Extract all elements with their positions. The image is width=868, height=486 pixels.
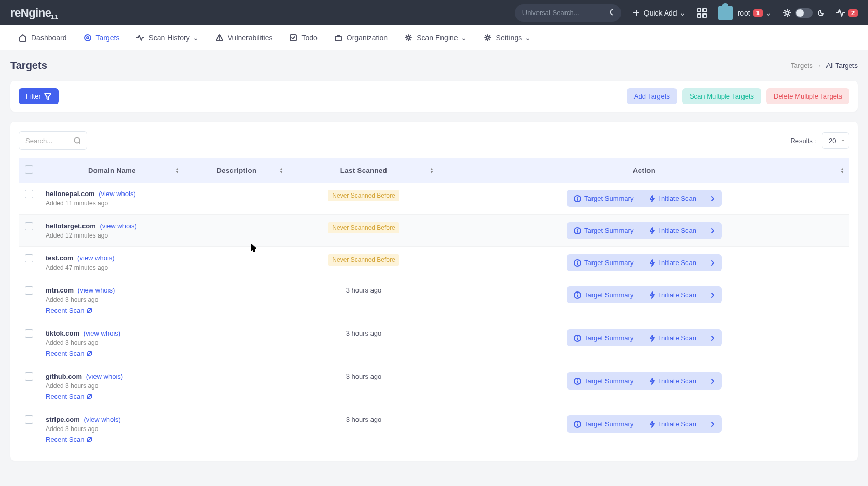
last-scanned-text: 3 hours ago [346,329,382,337]
apps-grid-button[interactable] [697,8,707,18]
more-actions-button[interactable] [704,372,722,390]
recent-scan-link[interactable]: Recent Scan [46,393,92,400]
more-actions-button[interactable] [704,329,722,346]
row-checkbox[interactable] [25,372,33,381]
action-group: Target Summary Initiate Scan [567,286,722,303]
chevron-down-icon: ⌄ [680,9,686,17]
table-search-input[interactable] [25,137,74,145]
svg-line-13 [784,10,786,11]
row-checkbox[interactable] [25,329,33,338]
row-checkbox[interactable] [25,190,33,198]
row-checkbox[interactable] [25,286,33,295]
alert-triangle-icon [215,34,224,42]
quick-add-menu[interactable]: Quick Add ⌄ [632,9,686,17]
grid-icon [697,8,707,18]
target-summary-button[interactable]: Target Summary [567,372,641,390]
more-actions-button[interactable] [704,286,722,303]
nav-scan-engine[interactable]: Scan Engine ⌄ [396,25,475,50]
more-actions-button[interactable] [704,222,722,239]
svg-point-8 [786,11,789,15]
nav-organization[interactable]: Organization [326,25,396,50]
domain-name: test.com [46,254,73,262]
initiate-scan-button[interactable]: Initiate Scan [641,254,704,271]
nav-vulnerabilities[interactable]: Vulnerabilities [207,25,281,50]
activity-icon [136,34,144,42]
row-checkbox[interactable] [25,415,33,424]
target-summary-button[interactable]: Target Summary [567,222,641,239]
scan-multiple-button[interactable]: Scan Multiple Targets [682,88,761,104]
app-logo[interactable]: reNgine1.1 [10,6,58,20]
row-checkbox[interactable] [25,254,33,262]
svg-point-23 [407,36,410,39]
external-link-icon [86,437,92,443]
more-actions-button[interactable] [704,254,722,271]
initiate-scan-button[interactable]: Initiate Scan [641,415,704,433]
breadcrumb-current: All Targets [826,62,858,70]
target-summary-button[interactable]: Target Summary [567,329,641,346]
view-whois-link[interactable]: (view whois) [84,329,121,337]
universal-search[interactable] [515,4,621,22]
logo-text: reNgine [10,6,51,19]
nav-dashboard[interactable]: Dashboard [10,25,75,50]
added-timestamp: Added 11 minutes ago [46,200,178,207]
view-whois-link[interactable]: (view whois) [78,286,115,294]
target-summary-button[interactable]: Target Summary [567,190,641,207]
recent-scan-link[interactable]: Recent Scan [46,436,92,443]
domain-name: mtn.com [46,286,74,294]
target-summary-button[interactable]: Target Summary [567,286,641,303]
results-select[interactable]: 20 [822,132,849,149]
add-targets-button[interactable]: Add Targets [627,88,677,104]
user-menu[interactable]: root 1 ⌄ [718,6,771,20]
filter-button[interactable]: Filter [19,88,59,104]
never-scanned-badge: Never Scanned Before [328,222,399,233]
zap-icon [649,421,656,428]
toggle-track[interactable] [795,8,813,18]
col-action[interactable]: Action▴▾ [439,158,849,183]
initiate-scan-button[interactable]: Initiate Scan [641,222,704,239]
select-all-checkbox[interactable] [25,165,33,174]
chevron-down-icon: ⌄ [192,34,199,42]
svg-point-24 [486,36,489,39]
domain-name: hellotarget.com [46,222,96,230]
initiate-scan-button[interactable]: Initiate Scan [641,190,704,207]
delete-multiple-button[interactable]: Delete Multiple Targets [766,88,849,104]
universal-search-input[interactable] [522,9,610,17]
initiate-scan-button[interactable]: Initiate Scan [641,372,704,390]
col-description[interactable]: Description▴▾ [185,158,288,183]
alerts-button[interactable]: 2 [836,8,858,18]
nav-targets[interactable]: Targets [75,25,128,50]
view-whois-link[interactable]: (view whois) [86,372,123,380]
table-row: hellonepal.com (view whois) Added 11 min… [19,183,849,215]
never-scanned-badge: Never Scanned Before [328,254,399,266]
nav-scan-history[interactable]: Scan History ⌄ [128,25,206,50]
description-cell [185,247,288,279]
nav-todo[interactable]: Todo [281,25,325,50]
chevron-down-icon: ⌄ [765,9,771,17]
view-whois-link[interactable]: (view whois) [99,190,136,198]
view-whois-link[interactable]: (view whois) [77,254,115,262]
never-scanned-badge: Never Scanned Before [328,190,399,201]
view-whois-link[interactable]: (view whois) [100,222,137,230]
initiate-scan-button[interactable]: Initiate Scan [641,286,704,303]
more-actions-button[interactable] [704,190,722,207]
table-search[interactable] [19,131,87,150]
target-summary-button[interactable]: Target Summary [567,415,641,433]
more-actions-button[interactable] [704,415,722,433]
row-checkbox[interactable] [25,222,33,230]
svg-rect-5 [703,9,706,12]
breadcrumb-root[interactable]: Targets [791,62,813,70]
recent-scan-link[interactable]: Recent Scan [46,350,92,357]
col-last-scanned[interactable]: Last Scanned▴▾ [288,158,439,183]
theme-toggle[interactable] [783,8,824,18]
target-summary-button[interactable]: Target Summary [567,254,641,271]
chevron-right-icon: › [819,63,820,69]
initiate-scan-button[interactable]: Initiate Scan [641,329,704,346]
table-controls: Results : 20 [19,131,849,150]
nav-settings[interactable]: Settings ⌄ [475,25,540,50]
added-timestamp: Added 3 hours ago [46,382,178,390]
recent-scan-link[interactable]: Recent Scan [46,307,92,314]
col-domain[interactable]: Domain Name▴▾ [39,158,185,183]
description-cell [185,183,288,215]
targets-table-panel: Results : 20 Domain Name▴▾ Description▴▾… [10,122,858,461]
view-whois-link[interactable]: (view whois) [84,415,121,423]
